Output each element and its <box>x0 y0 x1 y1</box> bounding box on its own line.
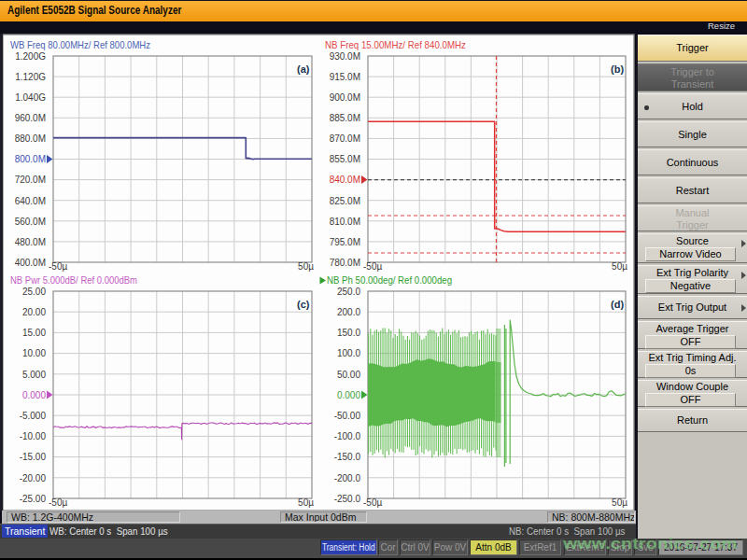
svg-text:825.0M: 825.0M <box>330 196 360 206</box>
svg-text:10.00: 10.00 <box>22 348 46 358</box>
svg-text:(d): (d) <box>611 299 624 310</box>
svg-text:50µ: 50µ <box>612 261 627 272</box>
svg-text:840.0M: 840.0M <box>330 175 360 185</box>
svg-text:-50µ: -50µ <box>49 497 67 508</box>
svg-text:50µ: 50µ <box>298 261 314 272</box>
svg-text:900.0M: 900.0M <box>330 92 360 103</box>
svg-text:-200.0: -200.0 <box>334 473 361 483</box>
svg-text:NB Pwr 5.000dB/ Ref 0.000dBm: NB Pwr 5.000dB/ Ref 0.000dBm <box>10 274 137 286</box>
svg-text:150.0: 150.0 <box>337 328 360 338</box>
svg-text:100.0: 100.0 <box>337 348 360 358</box>
svg-text:0.000: 0.000 <box>337 390 360 400</box>
svg-text:1.040G: 1.040G <box>15 92 46 103</box>
svg-text:1.200G: 1.200G <box>15 51 46 62</box>
svg-text:-50µ: -50µ <box>49 261 67 272</box>
svg-text:-50.00: -50.00 <box>334 411 361 421</box>
svg-text:-50µ: -50µ <box>363 497 382 508</box>
svg-text:-100.0: -100.0 <box>334 431 361 441</box>
svg-text:800.0M: 800.0M <box>15 154 46 164</box>
svg-text:640.0M: 640.0M <box>15 196 46 206</box>
svg-text:200.0: 200.0 <box>337 307 360 317</box>
svg-text:250.0: 250.0 <box>337 287 360 297</box>
svg-text:15.00: 15.00 <box>22 328 46 338</box>
svg-text:795.0M: 795.0M <box>330 237 360 247</box>
svg-text:-150.0: -150.0 <box>334 452 361 462</box>
svg-text:25.00: 25.00 <box>22 287 46 297</box>
svg-text:NB Freq 15.00MHz/ Ref 840.0MHz: NB Freq 15.00MHz/ Ref 840.0MHz <box>325 39 466 50</box>
svg-text:1.120G: 1.120G <box>15 72 46 82</box>
svg-text:5.000: 5.000 <box>22 370 46 380</box>
svg-text:780.0M: 780.0M <box>330 258 360 268</box>
svg-text:(a): (a) <box>297 63 310 75</box>
svg-text:(b): (b) <box>611 63 624 75</box>
svg-text:-25.00: -25.00 <box>20 494 47 504</box>
svg-text:-10.00: -10.00 <box>20 431 47 441</box>
svg-text:915.0M: 915.0M <box>330 72 360 82</box>
svg-text:810.0M: 810.0M <box>330 217 360 227</box>
svg-text:-15.00: -15.00 <box>20 452 47 462</box>
svg-text:400.0M: 400.0M <box>15 258 46 268</box>
svg-text:50µ: 50µ <box>612 497 627 508</box>
svg-text:930.0M: 930.0M <box>330 51 360 62</box>
svg-text:50µ: 50µ <box>298 497 314 508</box>
svg-text:870.0M: 870.0M <box>330 133 360 144</box>
svg-text:NB Ph 50.00deg/ Ref 0.000deg: NB Ph 50.00deg/ Ref 0.000deg <box>327 274 452 286</box>
svg-text:885.0M: 885.0M <box>330 113 360 123</box>
svg-text:20.00: 20.00 <box>22 307 46 317</box>
svg-text:-20.00: -20.00 <box>20 473 47 483</box>
svg-text:720.0M: 720.0M <box>15 175 46 185</box>
svg-text:855.0M: 855.0M <box>330 154 360 164</box>
svg-text:WB Freq 80.00MHz/ Ref 800.0MHz: WB Freq 80.00MHz/ Ref 800.0MHz <box>10 39 150 50</box>
svg-text:880.0M: 880.0M <box>15 133 46 144</box>
svg-text:-250.0: -250.0 <box>334 494 361 504</box>
svg-text:960.0M: 960.0M <box>15 113 46 123</box>
svg-text:-5.000: -5.000 <box>20 411 47 421</box>
svg-text:0.000: 0.000 <box>22 390 46 400</box>
svg-text:50.00: 50.00 <box>337 370 360 380</box>
svg-text:(c): (c) <box>297 299 310 310</box>
svg-text:-50µ: -50µ <box>363 261 382 272</box>
svg-text:480.0M: 480.0M <box>15 237 46 247</box>
svg-text:560.0M: 560.0M <box>15 217 46 227</box>
